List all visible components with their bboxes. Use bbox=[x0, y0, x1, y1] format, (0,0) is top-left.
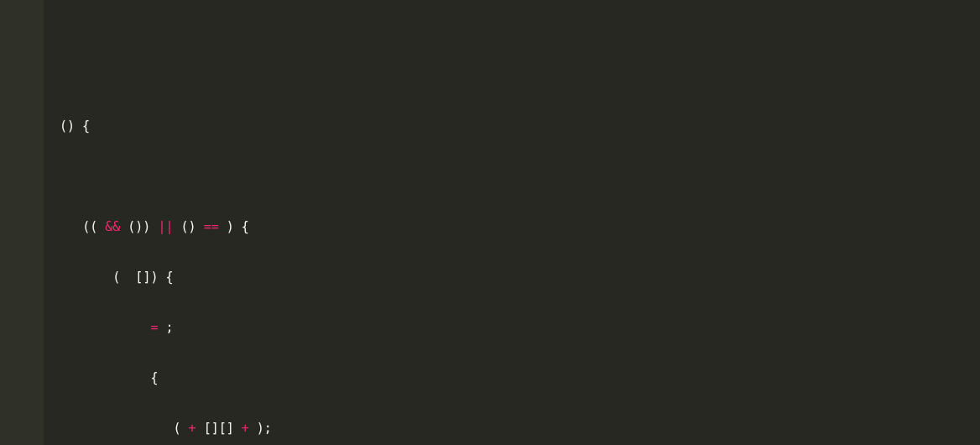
code-line[interactable] bbox=[52, 168, 980, 185]
code-line[interactable]: ( []) { bbox=[52, 269, 980, 285]
code-line[interactable]: = ; bbox=[52, 319, 980, 336]
code-line[interactable]: () { bbox=[52, 118, 980, 134]
line-number-gutter[interactable] bbox=[0, 0, 44, 445]
code-editor[interactable]: () { (( && ()) || () == ) { ( []) { = ; … bbox=[0, 0, 980, 445]
code-line[interactable]: { bbox=[52, 369, 980, 386]
code-line[interactable]: (( && ()) || () == ) { bbox=[52, 218, 980, 235]
code-area[interactable]: () { (( && ()) || () == ) { ( []) { = ; … bbox=[44, 0, 980, 445]
code-line[interactable]: ( + [][] + ); bbox=[52, 420, 980, 437]
code-line[interactable] bbox=[52, 67, 980, 84]
